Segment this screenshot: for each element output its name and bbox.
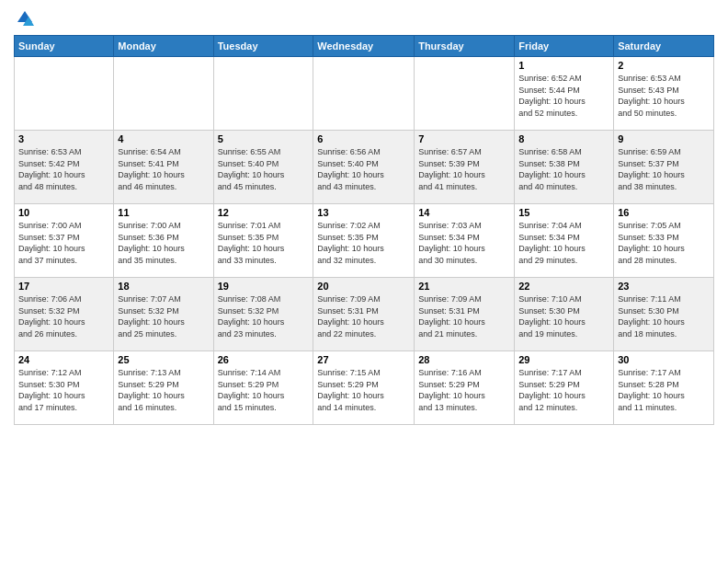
calendar-cell: 4Sunrise: 6:54 AM Sunset: 5:41 PM Daylig…	[114, 131, 213, 204]
calendar-cell: 20Sunrise: 7:09 AM Sunset: 5:31 PM Dayli…	[313, 278, 415, 351]
day-info: Sunrise: 6:52 AM Sunset: 5:44 PM Dayligh…	[518, 73, 609, 119]
day-info: Sunrise: 7:11 AM Sunset: 5:30 PM Dayligh…	[618, 293, 710, 339]
calendar-table: SundayMondayTuesdayWednesdayThursdayFrid…	[14, 35, 714, 425]
day-number: 22	[518, 281, 609, 292]
day-info: Sunrise: 6:53 AM Sunset: 5:42 PM Dayligh…	[18, 146, 109, 192]
calendar-week-row: 10Sunrise: 7:00 AM Sunset: 5:37 PM Dayli…	[15, 204, 714, 278]
calendar-cell	[313, 57, 415, 131]
calendar-cell: 13Sunrise: 7:02 AM Sunset: 5:35 PM Dayli…	[313, 204, 415, 278]
day-info: Sunrise: 6:54 AM Sunset: 5:41 PM Dayligh…	[118, 146, 209, 192]
calendar-cell: 3Sunrise: 6:53 AM Sunset: 5:42 PM Daylig…	[15, 131, 114, 204]
day-info: Sunrise: 7:10 AM Sunset: 5:30 PM Dayligh…	[518, 293, 609, 339]
day-number: 10	[18, 207, 109, 218]
day-info: Sunrise: 7:07 AM Sunset: 5:32 PM Dayligh…	[118, 293, 209, 339]
calendar-cell: 1Sunrise: 6:52 AM Sunset: 5:44 PM Daylig…	[515, 57, 614, 131]
day-info: Sunrise: 7:15 AM Sunset: 5:29 PM Dayligh…	[317, 367, 410, 413]
day-number: 21	[418, 281, 510, 292]
day-number: 19	[218, 281, 310, 292]
day-number: 11	[118, 207, 209, 218]
calendar-cell: 11Sunrise: 7:00 AM Sunset: 5:36 PM Dayli…	[114, 204, 213, 278]
day-header-friday: Friday	[515, 36, 614, 57]
day-number: 30	[618, 354, 710, 365]
day-info: Sunrise: 7:12 AM Sunset: 5:30 PM Dayligh…	[18, 367, 109, 413]
calendar-week-row: 17Sunrise: 7:06 AM Sunset: 5:32 PM Dayli…	[15, 278, 714, 351]
day-info: Sunrise: 7:06 AM Sunset: 5:32 PM Dayligh…	[18, 293, 109, 339]
day-info: Sunrise: 7:14 AM Sunset: 5:29 PM Dayligh…	[218, 367, 310, 413]
day-info: Sunrise: 7:09 AM Sunset: 5:31 PM Dayligh…	[317, 293, 410, 339]
calendar-cell: 29Sunrise: 7:17 AM Sunset: 5:29 PM Dayli…	[515, 351, 614, 425]
day-number: 2	[618, 60, 710, 71]
day-header-tuesday: Tuesday	[213, 36, 313, 57]
day-header-wednesday: Wednesday	[313, 36, 415, 57]
day-number: 24	[18, 354, 109, 365]
day-info: Sunrise: 6:58 AM Sunset: 5:38 PM Dayligh…	[518, 146, 609, 192]
calendar-cell: 28Sunrise: 7:16 AM Sunset: 5:29 PM Dayli…	[415, 351, 515, 425]
calendar-cell: 6Sunrise: 6:56 AM Sunset: 5:40 PM Daylig…	[313, 131, 415, 204]
calendar-cell: 30Sunrise: 7:17 AM Sunset: 5:28 PM Dayli…	[614, 351, 714, 425]
day-header-saturday: Saturday	[614, 36, 714, 57]
day-info: Sunrise: 7:08 AM Sunset: 5:32 PM Dayligh…	[218, 293, 310, 339]
day-info: Sunrise: 7:16 AM Sunset: 5:29 PM Dayligh…	[418, 367, 510, 413]
calendar-cell: 22Sunrise: 7:10 AM Sunset: 5:30 PM Dayli…	[515, 278, 614, 351]
calendar-cell	[114, 57, 213, 131]
calendar-cell: 19Sunrise: 7:08 AM Sunset: 5:32 PM Dayli…	[213, 278, 313, 351]
calendar-cell: 10Sunrise: 7:00 AM Sunset: 5:37 PM Dayli…	[15, 204, 114, 278]
calendar-cell: 8Sunrise: 6:58 AM Sunset: 5:38 PM Daylig…	[515, 131, 614, 204]
calendar-cell: 23Sunrise: 7:11 AM Sunset: 5:30 PM Dayli…	[614, 278, 714, 351]
day-header-monday: Monday	[114, 36, 213, 57]
day-info: Sunrise: 7:00 AM Sunset: 5:37 PM Dayligh…	[18, 220, 109, 266]
day-number: 18	[118, 281, 209, 292]
calendar-cell: 7Sunrise: 6:57 AM Sunset: 5:39 PM Daylig…	[415, 131, 515, 204]
logo-icon	[16, 9, 34, 28]
calendar-cell: 21Sunrise: 7:09 AM Sunset: 5:31 PM Dayli…	[415, 278, 515, 351]
day-info: Sunrise: 7:17 AM Sunset: 5:28 PM Dayligh…	[618, 367, 710, 413]
page-container: SundayMondayTuesdayWednesdayThursdayFrid…	[0, 0, 728, 434]
day-number: 3	[18, 133, 109, 144]
day-info: Sunrise: 7:05 AM Sunset: 5:33 PM Dayligh…	[618, 220, 710, 266]
calendar-cell: 27Sunrise: 7:15 AM Sunset: 5:29 PM Dayli…	[313, 351, 415, 425]
calendar-cell	[415, 57, 515, 131]
day-info: Sunrise: 6:59 AM Sunset: 5:37 PM Dayligh…	[618, 146, 710, 192]
calendar-cell: 12Sunrise: 7:01 AM Sunset: 5:35 PM Dayli…	[213, 204, 313, 278]
day-number: 23	[618, 281, 710, 292]
calendar-cell: 2Sunrise: 6:53 AM Sunset: 5:43 PM Daylig…	[614, 57, 714, 131]
day-number: 7	[418, 133, 510, 144]
day-number: 17	[18, 281, 109, 292]
calendar-cell	[15, 57, 114, 131]
calendar-cell: 14Sunrise: 7:03 AM Sunset: 5:34 PM Dayli…	[415, 204, 515, 278]
day-info: Sunrise: 6:53 AM Sunset: 5:43 PM Dayligh…	[618, 73, 710, 119]
day-header-thursday: Thursday	[415, 36, 515, 57]
calendar-header-row: SundayMondayTuesdayWednesdayThursdayFrid…	[15, 36, 714, 57]
day-info: Sunrise: 7:01 AM Sunset: 5:35 PM Dayligh…	[218, 220, 310, 266]
day-info: Sunrise: 6:57 AM Sunset: 5:39 PM Dayligh…	[418, 146, 510, 192]
day-info: Sunrise: 7:09 AM Sunset: 5:31 PM Dayligh…	[418, 293, 510, 339]
day-info: Sunrise: 7:04 AM Sunset: 5:34 PM Dayligh…	[518, 220, 609, 266]
calendar-cell: 15Sunrise: 7:04 AM Sunset: 5:34 PM Dayli…	[515, 204, 614, 278]
day-header-sunday: Sunday	[15, 36, 114, 57]
day-number: 29	[518, 354, 609, 365]
calendar-week-row: 24Sunrise: 7:12 AM Sunset: 5:30 PM Dayli…	[15, 351, 714, 425]
calendar-cell: 25Sunrise: 7:13 AM Sunset: 5:29 PM Dayli…	[114, 351, 213, 425]
day-number: 16	[618, 207, 710, 218]
day-number: 13	[317, 207, 410, 218]
day-info: Sunrise: 7:13 AM Sunset: 5:29 PM Dayligh…	[118, 367, 209, 413]
day-number: 1	[518, 60, 609, 71]
calendar-cell: 18Sunrise: 7:07 AM Sunset: 5:32 PM Dayli…	[114, 278, 213, 351]
day-number: 26	[218, 354, 310, 365]
calendar-cell	[213, 57, 313, 131]
day-number: 5	[218, 133, 310, 144]
day-info: Sunrise: 6:55 AM Sunset: 5:40 PM Dayligh…	[218, 146, 310, 192]
day-number: 20	[317, 281, 410, 292]
day-number: 4	[118, 133, 209, 144]
day-number: 8	[518, 133, 609, 144]
day-info: Sunrise: 7:03 AM Sunset: 5:34 PM Dayligh…	[418, 220, 510, 266]
calendar-cell: 24Sunrise: 7:12 AM Sunset: 5:30 PM Dayli…	[15, 351, 114, 425]
day-number: 6	[317, 133, 410, 144]
calendar-cell: 9Sunrise: 6:59 AM Sunset: 5:37 PM Daylig…	[614, 131, 714, 204]
day-number: 9	[618, 133, 710, 144]
calendar-week-row: 3Sunrise: 6:53 AM Sunset: 5:42 PM Daylig…	[15, 131, 714, 204]
day-number: 12	[218, 207, 310, 218]
logo	[14, 9, 34, 28]
calendar-cell: 26Sunrise: 7:14 AM Sunset: 5:29 PM Dayli…	[213, 351, 313, 425]
day-info: Sunrise: 7:17 AM Sunset: 5:29 PM Dayligh…	[518, 367, 609, 413]
